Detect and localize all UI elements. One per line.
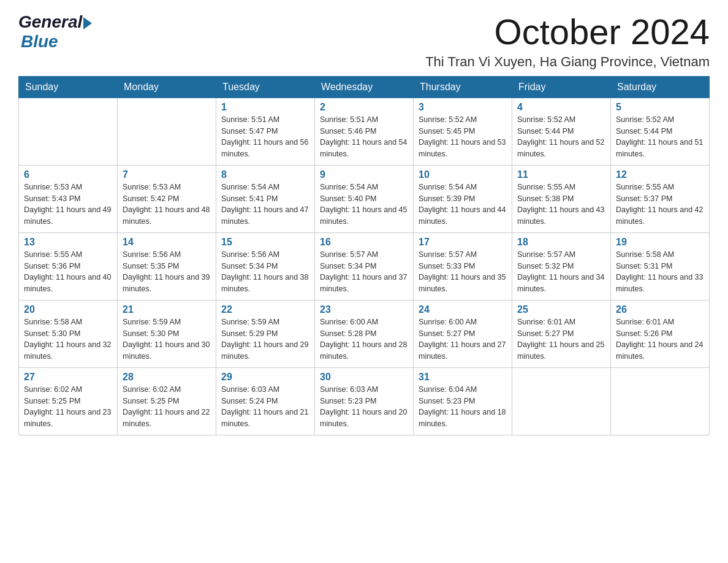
day-number: 24 — [419, 304, 507, 315]
calendar-cell: 8Sunrise: 5:54 AMSunset: 5:41 PMDaylight… — [216, 165, 315, 232]
day-number: 15 — [221, 237, 309, 248]
day-info: Sunrise: 6:03 AMSunset: 5:24 PMDaylight:… — [221, 384, 309, 430]
day-info: Sunrise: 6:04 AMSunset: 5:23 PMDaylight:… — [419, 384, 507, 430]
day-number: 9 — [320, 169, 408, 180]
calendar-cell: 9Sunrise: 5:54 AMSunset: 5:40 PMDaylight… — [315, 165, 414, 232]
day-info: Sunrise: 5:57 AMSunset: 5:32 PMDaylight:… — [517, 249, 605, 295]
calendar-header-tuesday: Tuesday — [216, 76, 315, 98]
calendar-week-row: 27Sunrise: 6:02 AMSunset: 5:25 PMDayligh… — [19, 367, 710, 435]
day-info: Sunrise: 5:59 AMSunset: 5:29 PMDaylight:… — [221, 316, 309, 362]
day-info: Sunrise: 5:57 AMSunset: 5:33 PMDaylight:… — [419, 249, 507, 295]
logo-general-text: General — [18, 12, 82, 32]
day-number: 12 — [616, 169, 704, 180]
day-number: 7 — [123, 169, 211, 180]
day-info: Sunrise: 5:56 AMSunset: 5:35 PMDaylight:… — [123, 249, 211, 295]
day-number: 17 — [419, 237, 507, 248]
day-info: Sunrise: 5:52 AMSunset: 5:44 PMDaylight:… — [616, 114, 704, 160]
day-number: 10 — [419, 169, 507, 180]
calendar-cell: 12Sunrise: 5:55 AMSunset: 5:37 PMDayligh… — [611, 165, 710, 232]
calendar-header-row: SundayMondayTuesdayWednesdayThursdayFrid… — [19, 76, 710, 98]
calendar-cell — [611, 367, 710, 435]
day-number: 27 — [24, 372, 112, 383]
calendar-table: SundayMondayTuesdayWednesdayThursdayFrid… — [18, 76, 710, 435]
calendar-cell: 11Sunrise: 5:55 AMSunset: 5:38 PMDayligh… — [512, 165, 611, 232]
calendar-cell: 7Sunrise: 5:53 AMSunset: 5:42 PMDaylight… — [118, 165, 216, 232]
day-number: 13 — [24, 237, 112, 248]
day-info: Sunrise: 5:55 AMSunset: 5:38 PMDaylight:… — [517, 182, 605, 228]
day-info: Sunrise: 6:03 AMSunset: 5:23 PMDaylight:… — [320, 384, 408, 430]
day-number: 18 — [517, 237, 605, 248]
calendar-cell: 19Sunrise: 5:58 AMSunset: 5:31 PMDayligh… — [611, 232, 710, 300]
day-info: Sunrise: 5:54 AMSunset: 5:39 PMDaylight:… — [419, 182, 507, 228]
day-number: 4 — [517, 102, 605, 113]
calendar-cell — [118, 98, 216, 165]
day-number: 11 — [517, 169, 605, 180]
day-number: 28 — [123, 372, 211, 383]
calendar-cell: 18Sunrise: 5:57 AMSunset: 5:32 PMDayligh… — [512, 232, 611, 300]
day-info: Sunrise: 5:54 AMSunset: 5:41 PMDaylight:… — [221, 182, 309, 228]
day-number: 29 — [221, 372, 309, 383]
calendar-header-saturday: Saturday — [611, 76, 710, 98]
calendar-cell: 3Sunrise: 5:52 AMSunset: 5:45 PMDaylight… — [414, 98, 512, 165]
day-info: Sunrise: 6:02 AMSunset: 5:25 PMDaylight:… — [24, 384, 112, 430]
calendar-cell: 26Sunrise: 6:01 AMSunset: 5:26 PMDayligh… — [611, 300, 710, 367]
day-info: Sunrise: 5:56 AMSunset: 5:34 PMDaylight:… — [221, 249, 309, 295]
calendar-cell: 16Sunrise: 5:57 AMSunset: 5:34 PMDayligh… — [315, 232, 414, 300]
calendar-cell: 14Sunrise: 5:56 AMSunset: 5:35 PMDayligh… — [118, 232, 216, 300]
calendar-cell: 29Sunrise: 6:03 AMSunset: 5:24 PMDayligh… — [216, 367, 315, 435]
day-number: 25 — [517, 304, 605, 315]
day-info: Sunrise: 5:58 AMSunset: 5:31 PMDaylight:… — [616, 249, 704, 295]
day-number: 21 — [123, 304, 211, 315]
day-info: Sunrise: 5:55 AMSunset: 5:36 PMDaylight:… — [24, 249, 112, 295]
day-number: 2 — [320, 102, 408, 113]
calendar-cell: 22Sunrise: 5:59 AMSunset: 5:29 PMDayligh… — [216, 300, 315, 367]
calendar-cell: 27Sunrise: 6:02 AMSunset: 5:25 PMDayligh… — [19, 367, 118, 435]
calendar-header-wednesday: Wednesday — [315, 76, 414, 98]
day-number: 14 — [123, 237, 211, 248]
day-info: Sunrise: 6:00 AMSunset: 5:27 PMDaylight:… — [419, 316, 507, 362]
day-number: 8 — [221, 169, 309, 180]
day-number: 1 — [221, 102, 309, 113]
calendar-week-row: 1Sunrise: 5:51 AMSunset: 5:47 PMDaylight… — [19, 98, 710, 165]
calendar-header-friday: Friday — [512, 76, 611, 98]
day-info: Sunrise: 5:59 AMSunset: 5:30 PMDaylight:… — [123, 316, 211, 362]
calendar-cell: 30Sunrise: 6:03 AMSunset: 5:23 PMDayligh… — [315, 367, 414, 435]
calendar-cell — [512, 367, 611, 435]
day-number: 3 — [419, 102, 507, 113]
logo: General Blue — [18, 12, 92, 52]
logo-blue-text: Blue — [21, 32, 58, 52]
calendar-cell: 4Sunrise: 5:52 AMSunset: 5:44 PMDaylight… — [512, 98, 611, 165]
calendar-cell: 2Sunrise: 5:51 AMSunset: 5:46 PMDaylight… — [315, 98, 414, 165]
day-info: Sunrise: 6:02 AMSunset: 5:25 PMDaylight:… — [123, 384, 211, 430]
calendar-cell: 20Sunrise: 5:58 AMSunset: 5:30 PMDayligh… — [19, 300, 118, 367]
month-title: October 2024 — [425, 12, 710, 52]
day-info: Sunrise: 5:57 AMSunset: 5:34 PMDaylight:… — [320, 249, 408, 295]
day-info: Sunrise: 5:58 AMSunset: 5:30 PMDaylight:… — [24, 316, 112, 362]
day-info: Sunrise: 5:53 AMSunset: 5:43 PMDaylight:… — [24, 182, 112, 228]
day-number: 5 — [616, 102, 704, 113]
calendar-cell: 24Sunrise: 6:00 AMSunset: 5:27 PMDayligh… — [414, 300, 512, 367]
calendar-cell: 21Sunrise: 5:59 AMSunset: 5:30 PMDayligh… — [118, 300, 216, 367]
day-info: Sunrise: 5:52 AMSunset: 5:44 PMDaylight:… — [517, 114, 605, 160]
day-number: 20 — [24, 304, 112, 315]
calendar-week-row: 13Sunrise: 5:55 AMSunset: 5:36 PMDayligh… — [19, 232, 710, 300]
calendar-cell: 28Sunrise: 6:02 AMSunset: 5:25 PMDayligh… — [118, 367, 216, 435]
calendar-cell: 31Sunrise: 6:04 AMSunset: 5:23 PMDayligh… — [414, 367, 512, 435]
day-number: 30 — [320, 372, 408, 383]
day-number: 23 — [320, 304, 408, 315]
day-info: Sunrise: 5:52 AMSunset: 5:45 PMDaylight:… — [419, 114, 507, 160]
calendar-cell: 10Sunrise: 5:54 AMSunset: 5:39 PMDayligh… — [414, 165, 512, 232]
calendar-week-row: 20Sunrise: 5:58 AMSunset: 5:30 PMDayligh… — [19, 300, 710, 367]
location-title: Thi Tran Vi Xuyen, Ha Giang Province, Vi… — [425, 54, 710, 70]
logo-arrow-icon — [83, 17, 92, 29]
calendar-cell: 25Sunrise: 6:01 AMSunset: 5:27 PMDayligh… — [512, 300, 611, 367]
page-header: General Blue October 2024 Thi Tran Vi Xu… — [18, 12, 710, 70]
day-info: Sunrise: 5:55 AMSunset: 5:37 PMDaylight:… — [616, 182, 704, 228]
calendar-cell: 15Sunrise: 5:56 AMSunset: 5:34 PMDayligh… — [216, 232, 315, 300]
day-number: 6 — [24, 169, 112, 180]
day-number: 31 — [419, 372, 507, 383]
day-info: Sunrise: 5:51 AMSunset: 5:47 PMDaylight:… — [221, 114, 309, 160]
calendar-cell: 23Sunrise: 6:00 AMSunset: 5:28 PMDayligh… — [315, 300, 414, 367]
day-info: Sunrise: 6:01 AMSunset: 5:26 PMDaylight:… — [616, 316, 704, 362]
calendar-header-monday: Monday — [118, 76, 216, 98]
